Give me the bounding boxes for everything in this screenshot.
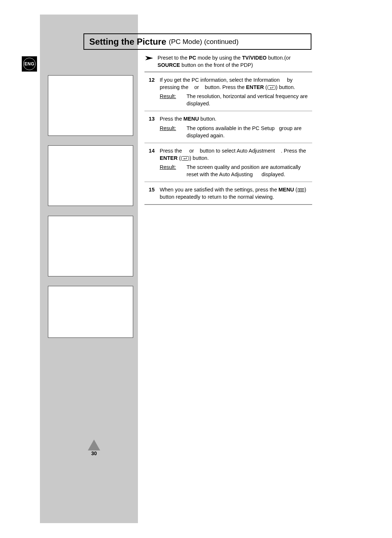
- step-num-13: 13: [144, 116, 155, 139]
- result-row-14: Result: The screen quality and position …: [160, 164, 312, 178]
- step-body-12: If you get the PC information, select th…: [160, 77, 312, 107]
- language-badge: ENG: [22, 56, 37, 72]
- s14-a7: (: [177, 155, 181, 161]
- figure-placeholder-4: [48, 286, 133, 338]
- language-badge-text: ENG: [24, 61, 34, 66]
- result-row-12: Result: The resolution, horizontal and v…: [160, 93, 312, 107]
- s13-rta: The options available in the: [187, 125, 251, 131]
- s12-a7: (: [264, 84, 267, 90]
- s12-a8: ) button.: [276, 84, 295, 90]
- preset-t2: PC: [189, 55, 196, 61]
- step-15: 15 When you are satisfied with the setti…: [144, 186, 312, 205]
- s15-a2: MENU: [278, 187, 294, 193]
- figure-placeholder-2: [48, 145, 133, 206]
- figure-placeholder-3: [48, 216, 133, 276]
- s14-rtc: displayed.: [261, 171, 285, 177]
- result-label-12: Result:: [160, 93, 182, 107]
- s15-a3: (: [294, 187, 297, 193]
- step-body-15: When you are satisfied with the settings…: [160, 186, 312, 201]
- s12-a6: ENTER: [246, 84, 264, 90]
- preset-t3: mode by using the: [196, 55, 242, 61]
- result-label-14: Result:: [160, 164, 182, 178]
- step-num-14: 14: [144, 147, 155, 178]
- preset-text: Preset to the PC mode by using the TV/VI…: [158, 54, 312, 69]
- page-title: Setting the Picture (PC Mode) (continued…: [83, 33, 311, 50]
- s14-a2: or: [189, 148, 194, 154]
- arrowhead-icon: [144, 55, 154, 61]
- preset-t1: Preset to the: [158, 55, 189, 61]
- result-text-13: The options available in the PC Setup gr…: [187, 125, 312, 139]
- s14-a1: Press the: [160, 148, 183, 154]
- s14-rtb: Auto Adjusting: [219, 171, 253, 177]
- s14-a3: button to select: [200, 148, 235, 154]
- result-text-12: The resolution, horizontal and vertical …: [187, 93, 312, 107]
- s13-a3: button.: [199, 116, 216, 122]
- enter-icon: [181, 156, 189, 161]
- enter-icon: [268, 85, 275, 90]
- preset-note: Preset to the PC mode by using the TV/VI…: [144, 54, 312, 72]
- s12-a4: or: [194, 84, 199, 90]
- s15-a1: When you are satisfied with the settings…: [160, 187, 278, 193]
- s14-a4: Auto Adjustment: [237, 148, 275, 154]
- svg-rect-1: [268, 85, 275, 89]
- step-13: 13 Press the MENU button. Result: The op…: [144, 116, 312, 143]
- step-num-12: 12: [144, 77, 155, 107]
- result-text-14: The screen quality and position are auto…: [187, 164, 312, 178]
- page-number: 30: [88, 450, 100, 456]
- preset-t5: button.(or: [267, 55, 291, 61]
- preset-t6: SOURCE: [158, 62, 180, 68]
- svg-rect-2: [181, 156, 189, 160]
- figure-placeholder-1: [48, 75, 133, 136]
- preset-t7: button on the front of the PDP): [180, 62, 253, 68]
- result-label-13: Result:: [160, 125, 182, 139]
- page-title-rest: (PC Mode) (continued): [169, 38, 238, 46]
- result-row-13: Result: The options available in the PC …: [160, 125, 312, 139]
- step-12: 12 If you get the PC information, select…: [144, 77, 312, 111]
- step-num-15: 15: [144, 186, 155, 201]
- s12-a5: button. Press the: [205, 84, 246, 90]
- svg-rect-5: [302, 189, 304, 192]
- s14-a5: . Press the: [281, 148, 306, 154]
- page-title-bold: Setting the Picture: [89, 37, 166, 47]
- language-badge-circle: ENG: [23, 58, 36, 70]
- s14-a8: ) button.: [189, 155, 209, 161]
- preset-t4: TV/VIDEO: [242, 55, 267, 61]
- svg-marker-6: [88, 440, 100, 450]
- s14-a6: ENTER: [160, 155, 177, 161]
- step-body-14: Press the or button to select Auto Adjus…: [160, 147, 312, 178]
- s12-a2: Information: [253, 77, 280, 83]
- step-14: 14 Press the or button to select Auto Ad…: [144, 147, 312, 182]
- s13-a2: MENU: [183, 116, 199, 122]
- step-body-13: Press the MENU button. Result: The optio…: [160, 116, 312, 139]
- s12-a1: If you get the PC information, select th…: [160, 77, 252, 83]
- svg-marker-0: [145, 56, 153, 60]
- s13-rtb: PC Setup: [252, 125, 275, 131]
- menu-icon: [298, 188, 304, 192]
- content-area: Preset to the PC mode by using the TV/VI…: [144, 54, 312, 209]
- s13-a1: Press the: [160, 116, 183, 122]
- svg-rect-4: [300, 189, 302, 192]
- svg-rect-3: [298, 189, 299, 192]
